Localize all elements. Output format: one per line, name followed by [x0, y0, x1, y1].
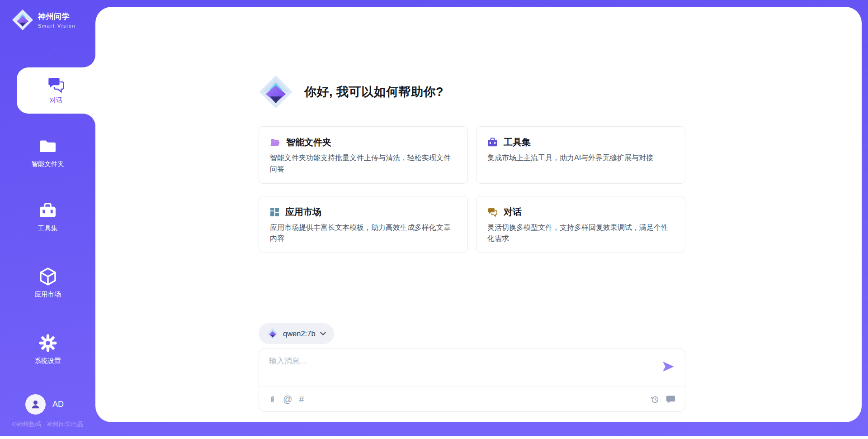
send-icon[interactable]	[662, 361, 674, 372]
chevron-down-icon	[320, 332, 326, 335]
gear-icon	[38, 334, 57, 353]
feature-cards: 智能文件夹 智能文件夹功能支持批量文件上传与清洗，轻松实现文件问答 工具集 集成…	[259, 126, 685, 253]
sidebar: 神州问学 Smart Vision 对话 智能文件夹	[0, 0, 95, 439]
card-title: 智能文件夹	[286, 136, 331, 148]
app-logo-icon	[12, 9, 33, 31]
model-selector[interactable]: qwen2:7b	[259, 323, 334, 344]
model-name: qwen2:7b	[283, 329, 316, 338]
card-description: 应用市场提供丰富长文本模板，助力高效生成多样化文章内容	[270, 222, 457, 245]
sidebar-item-settings[interactable]: 系统设置	[0, 334, 95, 365]
card-title: 对话	[504, 206, 522, 218]
sidebar-item-label: 工具集	[38, 224, 58, 233]
tab-curve-bottom	[83, 114, 95, 126]
card-title: 工具集	[504, 136, 531, 148]
brand-subtitle: Smart Vision	[38, 23, 75, 29]
user-profile[interactable]: AD	[25, 394, 64, 415]
chat-icon	[487, 207, 498, 217]
sidebar-item-app-market[interactable]: 应用市场	[0, 267, 95, 299]
folder-icon	[39, 137, 57, 156]
mention-icon[interactable]: @	[283, 395, 292, 404]
card-description: 智能文件夹功能支持批量文件上传与清洗，轻松实现文件问答	[270, 153, 457, 175]
brand-name: 神州问学	[38, 11, 75, 22]
card-app-market[interactable]: 应用市场 应用市场提供丰富长文本模板，助力高效生成多样化文章内容	[259, 196, 468, 253]
card-chat[interactable]: 对话 灵活切换多模型文件，支持多样回复效果调试，满足个性化需求	[476, 196, 685, 253]
sidebar-item-label: 应用市场	[35, 290, 61, 299]
toolbox-icon	[39, 201, 57, 220]
toolbox-icon	[487, 138, 498, 147]
grid-icon	[270, 207, 279, 217]
avatar	[25, 394, 46, 415]
card-toolbox[interactable]: 工具集 集成市场上主流工具，助力AI与外界无缝扩展与对接	[476, 126, 685, 184]
copyright-footer: ©神州数码 · 神州问学出品	[0, 420, 95, 429]
card-description: 灵活切换多模型文件，支持多样回复效果调试，满足个性化需求	[487, 222, 674, 245]
folder-open-icon	[270, 138, 280, 147]
tab-curve-top	[83, 55, 95, 67]
attachment-icon[interactable]	[269, 395, 276, 404]
card-description: 集成市场上主流工具，助力AI与外界无缝扩展与对接	[487, 153, 674, 164]
bottom-strip	[0, 436, 868, 439]
quick-reply-icon[interactable]	[666, 395, 675, 404]
assistant-logo-icon	[259, 75, 293, 109]
greeting-text: 你好, 我可以如何帮助你?	[304, 84, 443, 100]
sidebar-item-chat[interactable]: 对话	[17, 67, 95, 114]
brand: 神州问学 Smart Vision	[12, 9, 75, 31]
composer-toolbar: @ #	[259, 387, 685, 411]
user-name: AD	[52, 400, 64, 409]
cube-icon	[39, 267, 57, 286]
main-panel: 你好, 我可以如何帮助你? 智能文件夹 智能文件夹功能支持批量文件上传与清洗，轻…	[95, 7, 862, 422]
model-logo-icon	[267, 328, 278, 339]
sidebar-item-smart-folder[interactable]: 智能文件夹	[0, 137, 95, 168]
sidebar-item-toolbox[interactable]: 工具集	[0, 201, 95, 233]
sidebar-item-label: 对话	[50, 96, 63, 105]
card-smart-folder[interactable]: 智能文件夹 智能文件夹功能支持批量文件上传与清洗，轻松实现文件问答	[259, 126, 468, 184]
message-input[interactable]	[269, 356, 658, 384]
card-title: 应用市场	[285, 206, 321, 218]
greeting-block: 你好, 我可以如何帮助你?	[259, 75, 443, 109]
hash-icon[interactable]: #	[299, 395, 304, 404]
sidebar-item-label: 系统设置	[35, 357, 61, 365]
chat-icon	[47, 76, 65, 93]
sidebar-item-label: 智能文件夹	[31, 160, 64, 168]
history-icon[interactable]	[650, 395, 660, 404]
message-composer: @ #	[259, 348, 685, 412]
